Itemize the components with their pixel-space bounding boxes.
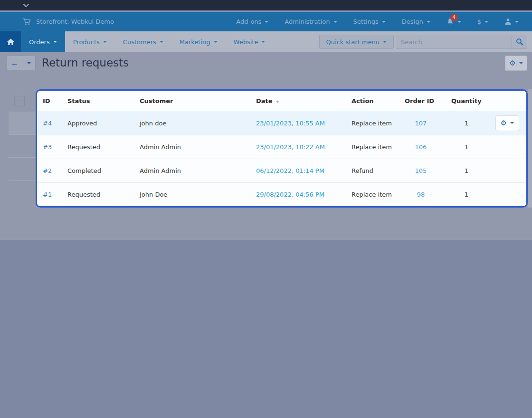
main-nav: OrdersProductsCustomersMarketingWebsite …: [0, 31, 532, 52]
column-header-order-id[interactable]: Order ID: [405, 97, 451, 104]
chevron-down-icon[interactable]: [23, 3, 29, 8]
row-actions-button[interactable]: ⚙: [495, 115, 519, 131]
caret-down-icon: [484, 21, 488, 23]
cell-date[interactable]: 06/12/2022, 01:14 PM: [256, 167, 352, 174]
cell-action: Refund: [352, 167, 405, 174]
table-row[interactable]: #4Approvedjohn doe23/01/2023, 10:55 AMRe…: [37, 111, 526, 135]
header-menu-design[interactable]: Design: [402, 18, 430, 25]
header-menu-settings[interactable]: Settings: [353, 18, 386, 25]
column-label: Status: [67, 97, 90, 104]
column-label: Date: [256, 97, 273, 104]
column-header-customer[interactable]: Customer: [140, 97, 256, 104]
tab-label: Customers: [123, 38, 156, 46]
cell-tools: ⚙: [482, 115, 526, 131]
notifications-menu[interactable]: 4: [446, 18, 461, 26]
cell-id[interactable]: #3: [43, 143, 67, 151]
back-arrow-icon: ←: [11, 59, 19, 67]
caret-down-icon: [510, 122, 514, 124]
caret-down-icon: [457, 21, 461, 23]
tab-customers[interactable]: Customers: [115, 31, 171, 52]
column-header-date[interactable]: Date: [256, 97, 352, 104]
home-icon: [7, 38, 15, 46]
cell-order_id[interactable]: 98: [405, 191, 451, 198]
currency-menu[interactable]: $: [477, 18, 488, 25]
cell-quantity: 1: [451, 167, 482, 174]
tab-marketing[interactable]: Marketing: [171, 31, 226, 52]
tab-label: Marketing: [180, 38, 210, 46]
tab-website[interactable]: Website: [226, 31, 274, 52]
table-row[interactable]: #1RequestedJohn Doe29/08/2022, 04:56 PMR…: [37, 182, 526, 206]
cell-quantity: 1: [451, 143, 482, 151]
caret-down-icon: [103, 41, 107, 43]
storefront-label: Storefront: Webkul Demo: [36, 18, 114, 25]
cell-customer: john doe: [140, 120, 256, 127]
dimmed-table-edge: [528, 89, 532, 208]
cell-status: Approved: [67, 120, 140, 127]
cell-quantity: 1: [451, 120, 482, 127]
search-input[interactable]: [396, 35, 512, 49]
tab-label: Website: [234, 38, 258, 46]
column-label: Quantity: [451, 97, 482, 104]
cell-id[interactable]: #4: [43, 120, 67, 127]
column-header-id[interactable]: ID: [43, 97, 67, 104]
caret-down-icon: [27, 62, 31, 64]
caret-down-icon: [383, 41, 387, 43]
tab-label: Products: [73, 38, 100, 46]
menu-label: Design: [402, 18, 423, 25]
search-icon: [516, 38, 523, 46]
column-label: ID: [43, 97, 50, 104]
cell-order_id[interactable]: 106: [405, 143, 451, 151]
cell-status: Completed: [67, 167, 140, 174]
header-menu-add-ons[interactable]: Add-ons: [236, 18, 268, 25]
table-row[interactable]: #2CompletedAdmin Admin06/12/2022, 01:14 …: [37, 159, 526, 182]
tab-label: Orders: [29, 38, 50, 46]
cell-date[interactable]: 29/08/2022, 04:56 PM: [256, 191, 352, 198]
menu-label: Add-ons: [236, 18, 261, 25]
select-all-checkbox[interactable]: [14, 96, 25, 106]
caret-down-icon: [382, 21, 386, 23]
cell-quantity: 1: [451, 191, 482, 198]
column-header-quantity[interactable]: Quantity: [451, 97, 482, 104]
cell-action: Replace item: [352, 120, 405, 127]
column-header-status[interactable]: Status: [67, 97, 140, 104]
dimmed-row-remnant: [9, 112, 36, 134]
cell-id[interactable]: #1: [43, 191, 67, 198]
header-menu-administration[interactable]: Administration: [285, 18, 337, 25]
caret-down-icon: [333, 21, 337, 23]
tab-orders[interactable]: Orders: [21, 31, 65, 52]
cell-action: Replace item: [352, 143, 405, 151]
caret-down-icon: [214, 41, 218, 43]
cell-order_id[interactable]: 105: [405, 167, 451, 174]
page-settings-button[interactable]: ⚙: [505, 56, 527, 71]
tab-products[interactable]: Products: [65, 31, 115, 52]
search-button[interactable]: [512, 35, 527, 49]
sort-caret-icon: [276, 101, 279, 103]
menu-label: Administration: [285, 18, 330, 25]
user-menu[interactable]: [504, 18, 519, 25]
column-header-action[interactable]: Action: [352, 97, 405, 104]
table-row[interactable]: #3RequestedAdmin Admin23/01/2023, 10:22 …: [37, 135, 526, 159]
dimmed-row-separator: [9, 134, 36, 135]
back-dropdown-button[interactable]: [22, 56, 36, 70]
storefront-switcher[interactable]: Storefront: Webkul Demo: [0, 18, 114, 26]
cell-action: Replace item: [352, 191, 405, 198]
menu-label: Settings: [353, 18, 379, 25]
cell-date[interactable]: 23/01/2023, 10:22 AM: [256, 143, 352, 151]
column-label: Action: [352, 97, 374, 104]
tab-home[interactable]: [0, 31, 21, 52]
caret-down-icon: [160, 41, 163, 43]
column-label: Order ID: [405, 97, 434, 104]
notifications-badge: 4: [450, 14, 458, 21]
page-background-lower: [0, 240, 532, 418]
cell-customer: Admin Admin: [140, 143, 256, 151]
back-split-button: ←: [7, 56, 36, 70]
cell-date[interactable]: 23/01/2023, 10:55 AM: [256, 120, 352, 127]
back-button[interactable]: ←: [7, 56, 22, 70]
cell-order_id[interactable]: 107: [405, 120, 451, 127]
caret-down-icon: [515, 21, 519, 23]
quick-start-menu-button[interactable]: Quick start menu: [319, 35, 394, 49]
cell-id[interactable]: #2: [43, 167, 67, 174]
dimmed-row-separator: [9, 180, 36, 181]
column-label: Customer: [140, 97, 173, 104]
user-icon: [504, 18, 512, 25]
